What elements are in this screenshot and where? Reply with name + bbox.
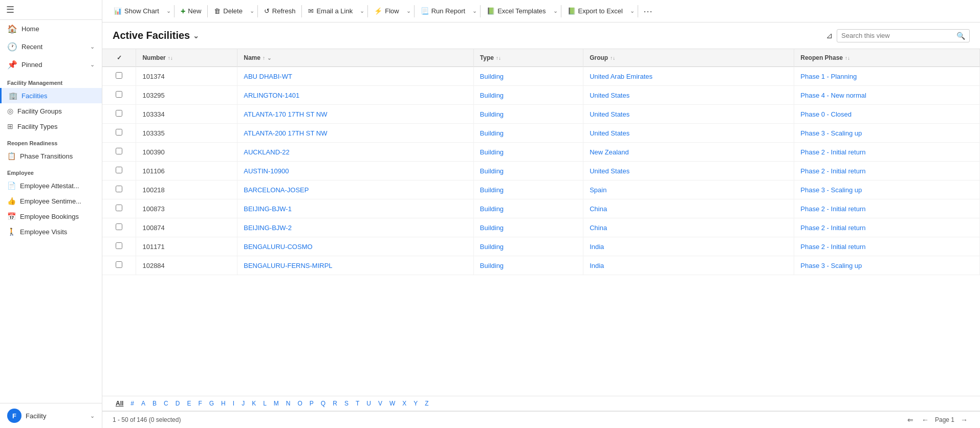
refresh-button[interactable]: ↺ Refresh <box>259 5 301 17</box>
td-name[interactable]: ATLANTA-170 17TH ST NW <box>237 105 474 124</box>
td-name[interactable]: ABU DHABI-WT <box>237 67 474 86</box>
td-group[interactable]: United States <box>583 162 794 181</box>
alpha-nav-item-p[interactable]: P <box>307 398 317 409</box>
td-check[interactable] <box>102 199 136 218</box>
alpha-nav-item-b[interactable]: B <box>149 398 160 409</box>
row-checkbox[interactable] <box>116 129 122 136</box>
td-check[interactable] <box>102 143 136 162</box>
alpha-nav-item-w[interactable]: W <box>386 398 398 409</box>
td-group[interactable]: United States <box>583 105 794 124</box>
flow-chevron-icon[interactable]: ⌄ <box>404 5 413 17</box>
show-chart-button[interactable]: 📊 Show Chart <box>108 5 164 17</box>
alpha-nav-item-u[interactable]: U <box>363 398 374 409</box>
td-phase[interactable]: Phase 1 - Planning <box>794 67 980 86</box>
alpha-nav-item-e[interactable]: E <box>184 398 194 409</box>
row-checkbox[interactable] <box>116 148 122 154</box>
alpha-nav-item-y[interactable]: Y <box>410 398 421 409</box>
alpha-nav-item-q[interactable]: Q <box>318 398 329 409</box>
alpha-nav-item-g[interactable]: G <box>206 398 217 409</box>
sidebar-item-facility-types[interactable]: ⊞ Facility Types <box>0 119 102 134</box>
td-phase[interactable]: Phase 3 - Scaling up <box>794 124 980 143</box>
td-type[interactable]: Building <box>473 67 583 86</box>
td-type[interactable]: Building <box>473 105 583 124</box>
td-group[interactable]: China <box>583 218 794 237</box>
row-checkbox[interactable] <box>116 242 122 249</box>
alpha-nav-item-l[interactable]: L <box>260 398 270 409</box>
td-name[interactable]: BEIJING-BJW-1 <box>237 199 474 218</box>
td-check[interactable] <box>102 218 136 237</box>
search-input[interactable] <box>841 32 953 39</box>
alpha-nav-item-f[interactable]: F <box>195 398 205 409</box>
row-checkbox[interactable] <box>116 110 122 117</box>
td-type[interactable]: Building <box>473 162 583 181</box>
alpha-nav-item-j[interactable]: J <box>238 398 248 409</box>
delete-chevron-icon[interactable]: ⌄ <box>248 5 256 17</box>
sidebar-item-phase-transitions[interactable]: 📋 Phase Transitions <box>0 148 102 164</box>
td-check[interactable] <box>102 124 136 143</box>
td-group[interactable]: United States <box>583 124 794 143</box>
row-checkbox[interactable] <box>116 261 122 268</box>
td-phase[interactable]: Phase 2 - Initial return <box>794 218 980 237</box>
sidebar-footer[interactable]: F Facility ⌄ <box>0 403 102 428</box>
email-link-button[interactable]: ✉ Email a Link <box>303 5 358 17</box>
prev-page-button[interactable]: ← <box>920 415 931 425</box>
first-page-button[interactable]: ⇐ <box>905 415 916 425</box>
td-phase[interactable]: Phase 3 - Scaling up <box>794 181 980 199</box>
alpha-nav-item-t[interactable]: T <box>353 398 362 409</box>
td-name[interactable]: BENGALURU-COSMO <box>237 237 474 256</box>
alpha-nav-item-k[interactable]: K <box>249 398 259 409</box>
td-type[interactable]: Building <box>473 237 583 256</box>
th-type[interactable]: Type ↑↓ <box>473 49 583 67</box>
td-type[interactable]: Building <box>473 181 583 199</box>
td-phase[interactable]: Phase 2 - Initial return <box>794 143 980 162</box>
td-group[interactable]: New Zealand <box>583 143 794 162</box>
run-report-chevron-icon[interactable]: ⌄ <box>470 5 479 17</box>
alpha-nav-item-r[interactable]: R <box>330 398 340 409</box>
sidebar-item-facilities[interactable]: 🏢 Facilities <box>0 88 102 103</box>
sidebar-item-employee-sentime[interactable]: 👍 Employee Sentime... <box>0 193 102 209</box>
td-check[interactable] <box>102 256 136 275</box>
sidebar-item-facility-groups[interactable]: ◎ Facility Groups <box>0 103 102 119</box>
td-check[interactable] <box>102 162 136 181</box>
search-icon[interactable]: 🔍 <box>956 32 965 40</box>
td-phase[interactable]: Phase 4 - New normal <box>794 86 980 105</box>
alpha-nav-item-o[interactable]: O <box>295 398 306 409</box>
view-title-chevron-icon[interactable]: ⌄ <box>193 32 199 40</box>
alpha-nav-item-s[interactable]: S <box>341 398 352 409</box>
td-check[interactable] <box>102 181 136 199</box>
next-page-button[interactable]: → <box>959 415 970 425</box>
td-type[interactable]: Building <box>473 256 583 275</box>
row-checkbox[interactable] <box>116 223 122 230</box>
alpha-nav-item-n[interactable]: N <box>283 398 294 409</box>
td-group[interactable]: India <box>583 256 794 275</box>
alpha-nav-item-m[interactable]: M <box>271 398 282 409</box>
td-group[interactable]: China <box>583 199 794 218</box>
alpha-nav-item-c[interactable]: C <box>161 398 171 409</box>
td-type[interactable]: Building <box>473 124 583 143</box>
td-name[interactable]: AUCKLAND-22 <box>237 143 474 162</box>
td-phase[interactable]: Phase 2 - Initial return <box>794 199 980 218</box>
td-group[interactable]: Spain <box>583 181 794 199</box>
th-reopen-phase[interactable]: Reopen Phase ↑↓ <box>794 49 980 67</box>
alpha-nav-item-#[interactable]: # <box>127 398 137 409</box>
delete-button[interactable]: 🗑 Delete <box>209 5 248 17</box>
td-check[interactable] <box>102 105 136 124</box>
td-type[interactable]: Building <box>473 86 583 105</box>
row-checkbox[interactable] <box>116 186 122 192</box>
td-phase[interactable]: Phase 0 - Closed <box>794 105 980 124</box>
sidebar-item-home[interactable]: 🏠 Home <box>0 20 102 38</box>
td-name[interactable]: ARLINGTON-1401 <box>237 86 474 105</box>
row-checkbox[interactable] <box>116 72 122 79</box>
alpha-nav-item-d[interactable]: D <box>172 398 183 409</box>
new-button[interactable]: + New <box>176 4 206 18</box>
export-excel-button[interactable]: 📗 Export to Excel <box>562 5 628 17</box>
th-check[interactable]: ✓ <box>102 49 136 67</box>
td-check[interactable] <box>102 86 136 105</box>
td-name[interactable]: ATLANTA-200 17TH ST NW <box>237 124 474 143</box>
td-phase[interactable]: Phase 3 - Scaling up <box>794 256 980 275</box>
alpha-nav-item-x[interactable]: X <box>399 398 409 409</box>
row-checkbox[interactable] <box>116 205 122 211</box>
export-chevron-icon[interactable]: ⌄ <box>628 5 637 17</box>
td-group[interactable]: India <box>583 237 794 256</box>
sidebar-item-pinned[interactable]: 📌 Pinned ⌄ <box>0 56 102 74</box>
